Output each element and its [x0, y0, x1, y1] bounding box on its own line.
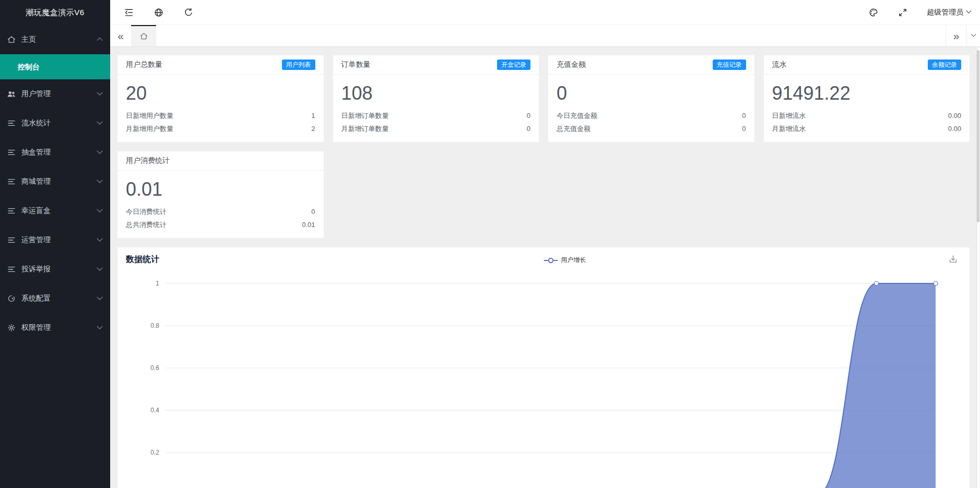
chart-title: 数据统计 [126, 254, 159, 265]
stat-card-value: 0.01 [126, 178, 315, 200]
sidebar-item[interactable]: 商城管理 [0, 167, 110, 196]
top-header: 超级管理员 [110, 0, 980, 25]
stat-row-label: 总充值金额 [557, 122, 591, 135]
chart-legend-item[interactable]: 用户增长 [544, 256, 586, 265]
chevron-down-icon [966, 8, 972, 14]
tabs-scroll-right-button[interactable]: » [946, 25, 966, 46]
sidebar-item[interactable]: 投诉举报 [0, 255, 110, 284]
sidebar-item-label: 投诉举报 [21, 265, 98, 274]
user-menu[interactable]: 超级管理员 [927, 8, 971, 17]
stat-card-badge[interactable]: 用户列表 [282, 59, 315, 70]
sidebar-item-label: 商城管理 [21, 177, 98, 186]
svg-text:1: 1 [156, 280, 159, 287]
chevron-down-icon [97, 177, 102, 183]
svg-text:0.6: 0.6 [150, 364, 159, 372]
home-icon [7, 35, 16, 44]
stat-card-body: 20日新增用户数量1月新增用户数量2 [117, 75, 324, 142]
sidebar-item-label: 权限管理 [21, 323, 98, 332]
stat-card-header: 用户总数量用户列表 [117, 55, 324, 75]
stat-card-badge[interactable]: 余额记录 [928, 59, 961, 70]
app-title: 潮玩魔盒演示V6 [0, 0, 110, 25]
scrollbar-thumb[interactable] [977, 50, 979, 222]
stat-card-value: 20 [126, 82, 315, 104]
sidebar-item[interactable]: 抽盒管理 [0, 138, 110, 167]
settings-circle-icon [7, 294, 16, 303]
sidebar-item-label: 幸运盲盒 [21, 206, 98, 216]
stat-row-value: 0.00 [948, 122, 961, 135]
sidebar-item-label: 运营管理 [21, 235, 98, 245]
sidebar-item-label: 主页 [21, 35, 98, 44]
tab-home[interactable] [131, 25, 156, 46]
chevron-down-icon [971, 32, 976, 37]
home-icon [139, 32, 148, 41]
stat-card-row: 日新增流水0.00 [772, 109, 962, 122]
sidebar-menu: 主页控制台用户管理流水统计抽盒管理商城管理幸运盲盒运营管理投诉举报系统配置权限管… [0, 25, 110, 342]
stat-card-value: 108 [341, 82, 531, 104]
stat-row-value: 0 [742, 109, 746, 122]
sidebar-item-label: 系统配置 [21, 294, 98, 303]
chevron-down-icon [97, 207, 102, 212]
stat-card-header: 流水余额记录 [764, 55, 970, 75]
user-name: 超级管理员 [927, 8, 963, 17]
stat-row-label: 月新增用户数量 [126, 122, 173, 135]
sidebar-subitem[interactable]: 控制台 [0, 54, 110, 79]
stat-card-row: 总共消费统计0.01 [126, 218, 315, 231]
chevron-down-icon [97, 236, 102, 242]
svg-text:0.2: 0.2 [150, 449, 159, 456]
stat-card: 订单数量开盒记录108日新增订单数量0月新增订单数量0 [333, 55, 539, 142]
sidebar-item[interactable]: 主页 [0, 25, 110, 54]
stat-card-row: 总充值金额0 [557, 122, 746, 135]
chart-card: 数据统计 用户增长 00.20.40.60.81 [117, 247, 970, 488]
download-icon[interactable] [948, 254, 958, 264]
sidebar-item[interactable]: 系统配置 [0, 284, 110, 313]
stat-row-value: 0 [527, 122, 530, 135]
stat-card-title: 充值金额 [557, 60, 586, 69]
stat-card-row: 今日消费统计0 [126, 205, 315, 218]
sidebar-item[interactable]: 流水统计 [0, 109, 110, 138]
stat-card-header: 订单数量开盒记录 [333, 55, 539, 75]
chevron-up-icon [97, 38, 102, 43]
legend-line-marker-icon [544, 257, 558, 264]
stat-card-value: 91491.22 [772, 82, 962, 104]
stat-card-badge[interactable]: 充值记录 [713, 59, 746, 70]
chevron-down-icon [97, 324, 102, 329]
tabs-options-button[interactable] [966, 25, 980, 46]
menu-fold-icon[interactable] [124, 7, 134, 18]
stat-card-badge[interactable]: 开盒记录 [497, 59, 530, 70]
stat-row-label: 月新增流水 [772, 122, 806, 135]
sidebar-item[interactable]: 用户管理 [0, 79, 110, 109]
tab-bar: « » [110, 25, 980, 47]
fullscreen-icon[interactable] [898, 7, 908, 18]
stat-card-row: 日新增用户数量1 [126, 109, 315, 122]
list-icon [7, 177, 16, 186]
users-icon [7, 89, 16, 99]
palette-icon[interactable] [868, 7, 879, 18]
content-area: 用户总数量用户列表20日新增用户数量1月新增用户数量2订单数量开盒记录108日新… [110, 47, 980, 488]
sidebar-item[interactable]: 运营管理 [0, 225, 110, 255]
globe-icon[interactable] [154, 7, 164, 18]
refresh-icon[interactable] [183, 7, 194, 18]
stat-card-row: 月新增订单数量0 [341, 122, 531, 135]
stat-row-label: 今日充值金额 [557, 109, 597, 122]
sidebar-item[interactable]: 幸运盲盒 [0, 196, 110, 225]
chevron-down-icon [97, 119, 102, 125]
stat-card-body: 108日新增订单数量0月新增订单数量0 [333, 75, 539, 142]
list-icon [7, 148, 16, 157]
chevron-down-icon [97, 294, 102, 300]
sidebar-item[interactable]: 权限管理 [0, 313, 110, 342]
stat-card: 充值金额充值记录0今日充值金额0总充值金额0 [548, 55, 754, 142]
svg-text:0.4: 0.4 [150, 407, 159, 414]
main-area: 超级管理员 « » 用户总数量用户列表20日新增用户数量1月新增用户数量2订单数… [110, 0, 980, 488]
stat-row-label: 日新增流水 [772, 109, 806, 122]
sidebar-item-label: 抽盒管理 [21, 148, 98, 157]
stat-row-label: 总共消费统计 [126, 218, 167, 231]
area-chart: 00.20.40.60.81 [117, 247, 970, 488]
stat-row-label: 日新增订单数量 [341, 109, 389, 122]
scrollbar-track[interactable] [976, 47, 980, 488]
stat-card-title: 订单数量 [341, 60, 371, 69]
tabs-scroll-left-button[interactable]: « [110, 25, 131, 46]
stat-card-body: 0.01今日消费统计0总共消费统计0.01 [117, 171, 324, 238]
stat-row-value: 1 [311, 109, 315, 122]
tab-bar-right-controls: » [946, 25, 980, 46]
list-icon [7, 118, 16, 128]
